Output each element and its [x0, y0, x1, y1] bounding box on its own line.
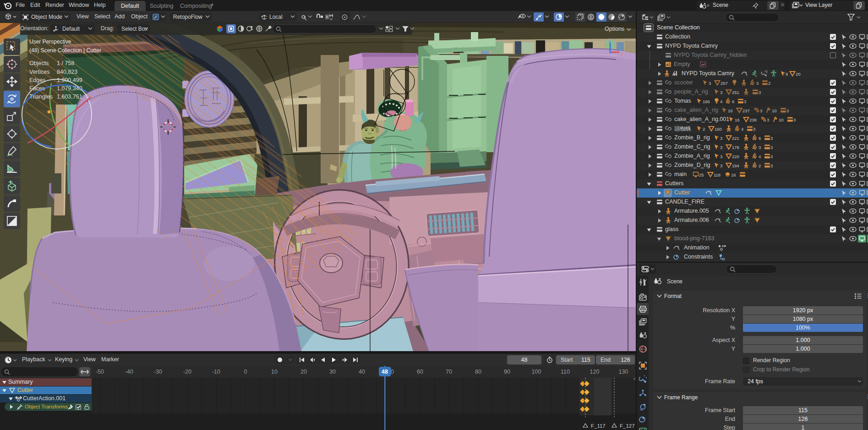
svg-text:10: 10 — [271, 369, 278, 375]
svg-text:0: 0 — [244, 369, 247, 375]
svg-text:90: 90 — [504, 369, 510, 375]
svg-text:-40: -40 — [125, 369, 133, 375]
svg-text:30: 30 — [329, 369, 336, 375]
svg-text:60: 60 — [417, 369, 423, 375]
svg-text:F_127: F_127 — [620, 423, 635, 429]
svg-text:-10: -10 — [212, 369, 220, 375]
svg-text:40: 40 — [359, 369, 365, 375]
svg-text:100: 100 — [532, 369, 541, 375]
svg-text:120: 120 — [590, 369, 600, 375]
svg-text:Z: Z — [608, 38, 611, 42]
svg-text:-30: -30 — [154, 369, 162, 375]
svg-text:F_117: F_117 — [591, 423, 606, 429]
svg-text:80: 80 — [475, 369, 481, 375]
svg-text:110: 110 — [561, 369, 570, 375]
svg-text:130: 130 — [619, 369, 628, 375]
svg-text:20: 20 — [300, 369, 307, 375]
svg-text:70: 70 — [446, 369, 452, 375]
svg-text:48: 48 — [382, 369, 388, 375]
svg-text:-20: -20 — [183, 369, 191, 375]
svg-text:-50: -50 — [96, 369, 104, 375]
svg-text:x: x — [621, 52, 623, 56]
